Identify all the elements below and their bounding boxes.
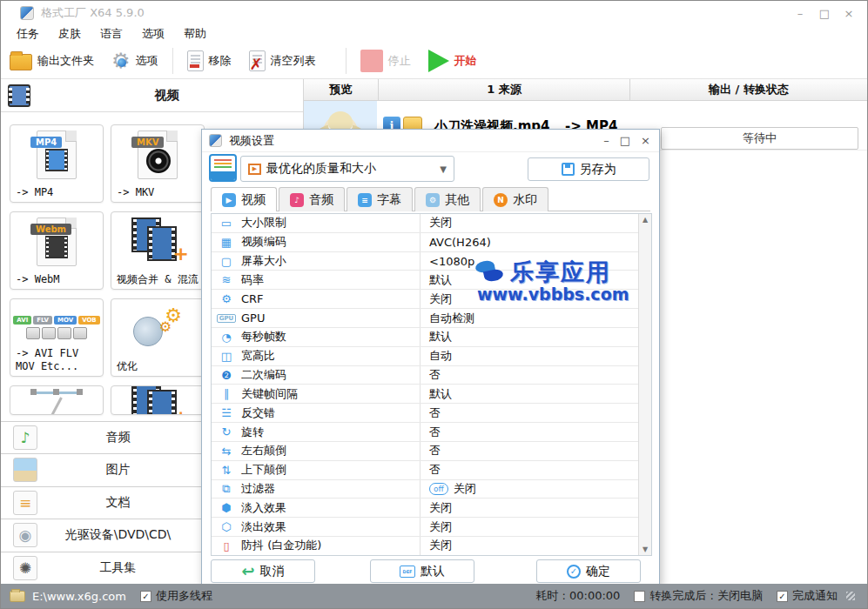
setting-row-aspect-ratio[interactable]: ◫宽高比自动: [212, 347, 638, 366]
save-as-button[interactable]: 另存为: [528, 157, 649, 181]
setting-row-filter[interactable]: ⧉过滤器off关闭: [212, 480, 638, 499]
setting-row-two-pass[interactable]: ❷二次编码否: [212, 366, 638, 385]
setting-row-bitrate-waves[interactable]: ≋码率默认: [212, 271, 638, 290]
dialog-maximize-button[interactable]: □: [620, 134, 630, 147]
format-card-mp4[interactable]: MP4-> MP4: [10, 124, 104, 203]
dialog-app-icon: [209, 134, 222, 147]
stabilize-icon: ▯: [212, 539, 241, 552]
setting-row-flip-horizontal[interactable]: ⇆左右颠倒否: [212, 442, 638, 461]
menu-item-语言[interactable]: 语言: [100, 26, 123, 42]
setting-value: 自动检测: [420, 309, 638, 327]
card-art: MKV: [138, 130, 178, 179]
setting-label: 大小限制: [241, 215, 420, 231]
maximize-button[interactable]: □: [818, 7, 831, 20]
toolbar-separator: [172, 48, 173, 74]
scroll-up-icon[interactable]: ▲: [643, 216, 648, 224]
tab-label: 视频: [241, 192, 266, 208]
clear-list-button[interactable]: ✗ 清空列表: [240, 43, 325, 78]
default-button[interactable]: DEF 默认: [370, 559, 474, 583]
gear-icon: ⚙: [159, 320, 172, 334]
setting-row-fade-out[interactable]: ⬡淡出效果关闭: [212, 518, 638, 537]
format-badge: FLV: [33, 316, 52, 325]
format-card-[interactable]: ⚙⚙优化: [111, 298, 205, 377]
format-card-[interactable]: +视频合并 & 混流: [111, 211, 205, 290]
multithread-checkbox[interactable]: ✓: [140, 591, 151, 602]
video-play-icon: ▶: [222, 193, 236, 207]
fade-out-icon: ⬡: [212, 520, 241, 533]
setting-row-screen-size-monitor[interactable]: ▢屏幕大小<1080p: [212, 252, 638, 271]
tab-subtitle-list[interactable]: ≡字幕: [347, 187, 413, 211]
film-strip-icon: [45, 149, 68, 171]
partial-card[interactable]: +: [111, 385, 205, 415]
setting-row-rotate[interactable]: ↻旋转否: [212, 423, 638, 442]
shutdown-after-label: 转换完成后 : 关闭电脑: [649, 588, 763, 604]
elapsed-time: 耗时 : 00:00:00: [535, 588, 620, 604]
setting-row-deinterlace[interactable]: ☱反交错否: [212, 404, 638, 423]
tab-sliders[interactable]: ⚙其他: [414, 187, 481, 211]
chevron-down-icon: ▼: [440, 164, 447, 174]
titlebar: 格式工厂 X64 5.9.0 – □ ×: [1, 1, 867, 25]
format-badge: AVI: [13, 316, 31, 325]
setting-row-fade-in[interactable]: ⬢淡入效果关闭: [212, 499, 638, 518]
setting-label: CRF: [241, 292, 420, 305]
format-badge: MKV: [131, 137, 164, 148]
source-column-header[interactable]: 1 来源: [379, 79, 630, 100]
category-label: 图片: [37, 462, 198, 478]
menu-item-皮肤[interactable]: 皮肤: [58, 26, 81, 42]
card-label: -> AVI FLV MOV Etc...: [16, 347, 78, 373]
setting-value: 否: [420, 366, 638, 385]
format-card-mkv[interactable]: MKV-> MKV: [111, 124, 205, 203]
tab-video-play[interactable]: ▶视频: [211, 187, 277, 211]
tab-audio-note[interactable]: ♪音频: [279, 187, 345, 211]
format-card-webm[interactable]: Webm-> WebM: [10, 211, 104, 290]
start-button[interactable]: 开始: [420, 43, 486, 78]
clear-list-doc-icon: ✗: [249, 50, 266, 71]
setting-row-gpu-chip[interactable]: GPUGPU自动检测: [212, 309, 638, 328]
settings-scrollbar[interactable]: ▲ ▼: [638, 214, 651, 555]
output-column-header[interactable]: 输出 / 转换状态: [630, 79, 867, 100]
scroll-down-icon[interactable]: ▼: [643, 545, 648, 553]
preview-column-header[interactable]: 预览: [304, 79, 379, 100]
remove-button[interactable]: 移除: [178, 43, 240, 78]
cancel-button[interactable]: ↩ 取消: [211, 559, 315, 583]
setting-row-flip-vertical[interactable]: ⇅上下颠倒否: [212, 461, 638, 480]
subtitle-list-icon: ≡: [358, 193, 372, 207]
setting-row-video-encoder-chip[interactable]: ▦视频编码AVC(H264): [212, 233, 638, 252]
setting-row-keyframe-interval[interactable]: ∥关键帧间隔默认: [212, 385, 638, 404]
picture-icon: [13, 458, 37, 482]
setting-label: 每秒帧数: [241, 329, 420, 345]
tab-label: 其他: [445, 192, 469, 208]
partial-card[interactable]: [10, 385, 104, 415]
close-button[interactable]: ×: [843, 7, 855, 20]
format-card-aviflvmovetc[interactable]: AVIFLVMOVVOB-> AVI FLV MOV Etc...: [10, 298, 104, 377]
setting-value: off关闭: [420, 480, 638, 499]
menu-item-选项[interactable]: 选项: [142, 26, 165, 42]
setting-value: 关闭: [420, 499, 638, 517]
category-label: 文档: [37, 495, 198, 511]
menu-item-任务[interactable]: 任务: [17, 26, 39, 42]
dialog-buttons: ↩ 取消 DEF 默认 ✓ 确定: [202, 559, 659, 583]
gpu-chip-icon: GPU: [217, 314, 236, 323]
resize-grip[interactable]: [846, 592, 855, 600]
setting-row-stabilize[interactable]: ▯防抖 (白金功能)关闭: [212, 537, 638, 555]
card-label: -> MP4: [16, 186, 53, 199]
minimize-button[interactable]: –: [794, 7, 806, 20]
stop-button[interactable]: 停止: [352, 43, 420, 78]
crf-atom-icon: ⚙: [212, 292, 241, 305]
dialog-close-button[interactable]: ×: [641, 134, 650, 147]
setting-row-fps-gauge[interactable]: ◔每秒帧数默认: [212, 328, 638, 347]
ok-button[interactable]: ✓ 确定: [536, 559, 641, 583]
menu-item-帮助[interactable]: 帮助: [184, 26, 206, 42]
notify-checkbox[interactable]: ✓: [777, 591, 788, 602]
setting-row-size-limit-ruler[interactable]: ▭大小限制关闭: [212, 214, 638, 233]
shutdown-after-checkbox[interactable]: [634, 591, 645, 602]
dialog-minimize-button[interactable]: –: [603, 134, 609, 147]
setting-row-crf-atom[interactable]: ⚙CRF关闭: [212, 290, 638, 309]
options-button[interactable]: ⚙ 选项: [103, 43, 167, 78]
preset-dropdown[interactable]: ▶ 最优化的质量和大小 ▼: [240, 156, 454, 182]
setting-label: GPU: [241, 311, 420, 325]
output-folder-button[interactable]: 输出文件夹: [1, 43, 103, 78]
output-path[interactable]: E:\www.x6g.com: [32, 590, 126, 603]
tab-watermark-new[interactable]: N水印: [482, 187, 548, 211]
category-label: 工具集: [37, 560, 198, 576]
